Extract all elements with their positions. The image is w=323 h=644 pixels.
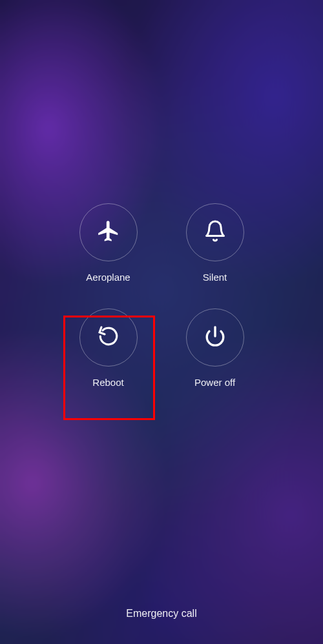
power-menu-grid: Aeroplane Silent Reboot (55, 203, 268, 388)
option-circle (79, 203, 138, 261)
option-label: Power off (194, 377, 235, 388)
silent-mode-button[interactable]: Silent (162, 203, 268, 283)
emergency-call-button[interactable]: Emergency call (126, 608, 196, 619)
option-label: Aeroplane (86, 272, 130, 283)
restart-icon (98, 325, 120, 350)
option-label: Silent (203, 272, 227, 283)
bell-icon (203, 219, 227, 245)
option-circle (186, 203, 244, 261)
power-icon (204, 325, 226, 350)
option-circle (79, 308, 138, 367)
power-off-button[interactable]: Power off (162, 308, 268, 388)
reboot-button[interactable]: Reboot (55, 308, 162, 388)
option-circle (186, 308, 244, 367)
airplane-icon (96, 219, 121, 246)
option-label: Reboot (92, 377, 123, 388)
aeroplane-mode-button[interactable]: Aeroplane (55, 203, 162, 283)
